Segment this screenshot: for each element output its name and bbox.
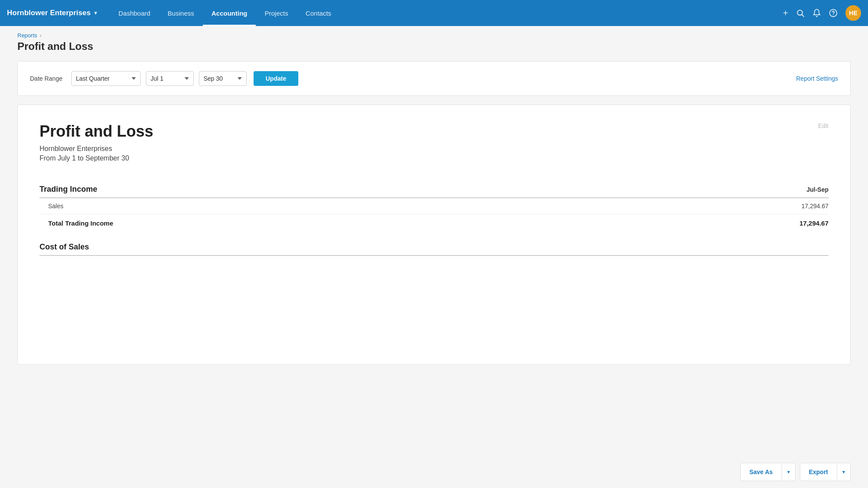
sales-value: 17,294.67	[606, 198, 828, 214]
nav-dashboard[interactable]: Dashboard	[110, 0, 159, 26]
end-date-select[interactable]: Sep 30 Oct 31 Nov 30	[199, 71, 247, 86]
brand-name: Hornblower Enterprises	[7, 9, 91, 17]
export-button-group: Export ▾	[800, 463, 851, 481]
breadcrumb-separator: ›	[40, 32, 42, 39]
brand-logo[interactable]: Hornblower Enterprises ▾	[7, 9, 97, 17]
report-table: Trading Income Jul-Sep Sales 17,294.67 T…	[40, 180, 828, 256]
save-as-button[interactable]: Save As	[741, 463, 782, 481]
footer-bar: Save As ▾ Export ▾	[0, 456, 868, 488]
avatar[interactable]: HE	[845, 5, 861, 21]
export-dropdown-button[interactable]: ▾	[837, 464, 850, 480]
total-trading-income-value: 17,294.67	[606, 214, 828, 233]
save-as-dropdown-button[interactable]: ▾	[782, 464, 795, 480]
breadcrumb: Reports ›	[17, 32, 851, 39]
trading-income-header: Trading Income Jul-Sep	[40, 180, 828, 198]
breadcrumb-reports[interactable]: Reports	[17, 32, 37, 39]
report-title: Profit and Loss	[40, 122, 828, 141]
nav-contacts[interactable]: Contacts	[297, 0, 340, 26]
sales-label: Sales	[40, 198, 606, 214]
nav-business[interactable]: Business	[159, 0, 203, 26]
svg-line-1	[802, 15, 804, 17]
nav-projects[interactable]: Projects	[256, 0, 297, 26]
bell-icon[interactable]	[812, 9, 821, 17]
edit-link[interactable]: Edit	[818, 122, 828, 129]
add-button[interactable]: +	[783, 8, 788, 18]
filter-bar: Date Range Last Quarter This Quarter Las…	[17, 61, 851, 96]
report-company: Hornblower Enterprises	[40, 145, 828, 153]
sales-row: Sales 17,294.67	[40, 198, 828, 214]
help-icon[interactable]	[829, 9, 838, 17]
nav-accounting[interactable]: Accounting	[203, 0, 256, 26]
brand-chevron-icon: ▾	[94, 10, 97, 16]
start-date-select[interactable]: Jul 1 Aug 1 Sep 1	[146, 71, 194, 86]
report-settings-link[interactable]: Report Settings	[796, 75, 838, 82]
export-button[interactable]: Export	[800, 463, 837, 481]
report-card: Profit and Loss Hornblower Enterprises F…	[17, 105, 851, 365]
total-trading-income-row: Total Trading Income 17,294.67	[40, 214, 828, 233]
cost-of-sales-column	[606, 232, 828, 255]
save-as-button-group: Save As ▾	[740, 463, 795, 481]
report-period: From July 1 to September 30	[40, 154, 828, 162]
nav-actions: + HE	[783, 5, 861, 21]
date-range-label: Date Range	[30, 75, 63, 82]
trading-income-label: Trading Income	[40, 180, 606, 198]
total-trading-income-label: Total Trading Income	[40, 214, 606, 233]
breadcrumb-area: Reports › Profit and Loss	[0, 26, 868, 52]
date-range-select[interactable]: Last Quarter This Quarter Last Month Thi…	[71, 71, 141, 86]
nav-links: Dashboard Business Accounting Projects C…	[110, 0, 783, 26]
search-icon[interactable]	[796, 9, 805, 17]
cost-of-sales-header: Cost of Sales	[40, 232, 828, 255]
navigation: Hornblower Enterprises ▾ Dashboard Busin…	[0, 0, 868, 26]
cost-of-sales-label: Cost of Sales	[40, 232, 606, 255]
page-title: Profit and Loss	[17, 40, 851, 52]
update-button[interactable]: Update	[254, 71, 298, 86]
trading-income-column: Jul-Sep	[606, 180, 828, 198]
